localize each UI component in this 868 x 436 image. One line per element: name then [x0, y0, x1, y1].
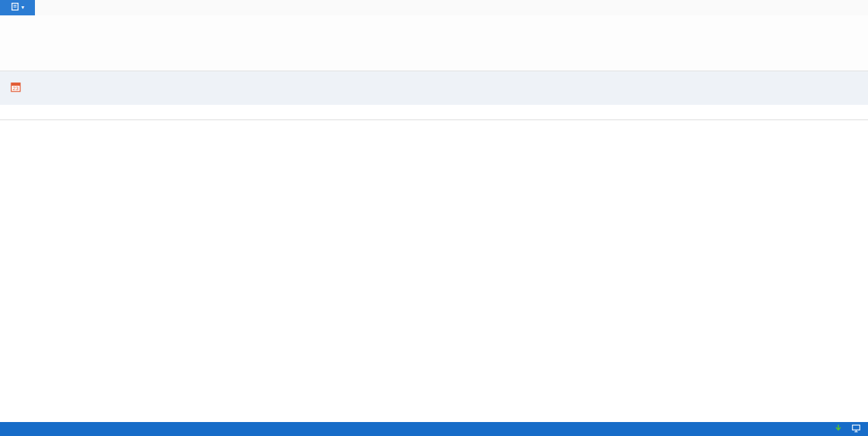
records-table — [0, 105, 868, 411]
app-menu-button[interactable]: ▾ — [0, 0, 35, 15]
chevron-down-icon: ▾ — [21, 5, 24, 10]
app-document-icon — [10, 1, 20, 14]
menu-bar: ▾ — [0, 0, 868, 15]
download-arrow-icon — [834, 423, 843, 435]
filter-bar: 23 — [0, 71, 868, 105]
date-range-filter[interactable]: 23 — [10, 81, 25, 95]
ribbon — [0, 15, 868, 71]
table-header-row — [0, 105, 868, 120]
status-bar — [0, 422, 868, 436]
monitor-icon — [851, 423, 861, 435]
calendar-day-text: 23 — [13, 85, 18, 92]
task-center-button[interactable] — [834, 423, 861, 435]
pagination-bar — [0, 411, 868, 422]
calendar-icon: 23 — [10, 81, 22, 95]
